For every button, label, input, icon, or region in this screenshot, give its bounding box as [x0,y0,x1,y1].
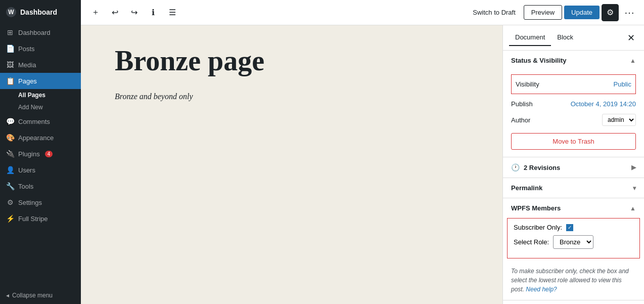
permalink-header[interactable]: Permalink ▾ [503,178,644,198]
sidebar-item-dashboard[interactable]: ⊞ Dashboard [0,24,81,40]
panel-tabs: Document Block ✕ [503,25,644,51]
editor[interactable]: Bronze page Bronze and beyond only [81,25,502,304]
subscriber-only-checkbox[interactable]: ✓ [566,224,573,231]
need-help-link[interactable]: Need help? [526,286,557,293]
wpfs-members-section: WPFS Members ▲ Subscriber Only: ✓ Select… [503,198,644,300]
pages-icon: 📋 [6,77,14,85]
sidebar-item-label: Comments [18,118,50,125]
publish-field: Publish October 4, 2019 14:20 [511,97,636,111]
sidebar-item-label: Media [18,61,36,69]
author-field: Author admin [511,111,636,129]
sidebar-item-pages[interactable]: 📋 Pages [0,73,81,89]
plugins-icon: 🔌 [6,150,14,158]
fullstripe-icon: ⚡ [6,214,14,223]
sidebar-item-label: Settings [18,199,42,206]
sidebar-item-media[interactable]: 🖼 Media [0,57,81,73]
add-block-button[interactable]: ＋ [87,4,104,21]
redo-button[interactable]: ↪ [125,4,143,21]
settings-toggle-button[interactable]: ⚙ [602,4,619,21]
visibility-value[interactable]: Public [614,80,631,88]
info-button[interactable]: ℹ [145,4,162,21]
wpfs-members-body: Subscriber Only: ✓ Select Role: Bronze S… [507,218,640,258]
preview-label: Preview [531,9,555,16]
permalink-section: Permalink ▾ [503,178,644,198]
visibility-field: Visibility Public [516,77,631,91]
post-title[interactable]: Bronze page [115,46,469,77]
switch-draft-label: Switch to Draft [473,9,516,16]
post-content[interactable]: Bronze and beyond only [115,92,469,101]
list-icon: ☰ [169,8,176,17]
revisions-row: 🕐 2 Revisions [511,163,560,171]
wp-logo: W [6,7,16,17]
select-role-row: Select Role: Bronze Silver Gold [514,235,633,249]
sidebar-item-label: Plugins [18,150,40,158]
status-visibility-body: Visibility Public Publish October 4, 201… [503,70,644,157]
main-area: ＋ ↩ ↪ ℹ ☰ Switch to Draft Preview Update… [81,0,644,304]
status-visibility-header[interactable]: Status & Visibility ▲ [503,51,644,70]
permalink-title: Permalink [511,184,542,192]
role-select[interactable]: Bronze Silver Gold [553,235,593,249]
subscriber-only-label: Subscriber Only: [514,224,562,231]
users-icon: 👤 [6,166,14,174]
sidebar-item-plugins[interactable]: 🔌 Plugins 4 [0,146,81,162]
wpfs-members-header[interactable]: WPFS Members ▲ [503,198,644,218]
sidebar-item-settings[interactable]: ⚙ Settings [0,194,81,210]
posts-icon: 📄 [6,45,14,53]
revisions-header[interactable]: 🕐 2 Revisions ▶ [503,157,644,178]
tab-document[interactable]: Document [509,29,551,46]
more-options-button[interactable]: ⋯ [621,4,638,21]
list-view-button[interactable]: ☰ [164,4,181,21]
update-button[interactable]: Update [564,6,600,19]
status-visibility-section: Status & Visibility ▲ Visibility Public … [503,51,644,157]
chevron-right-icon: ▶ [631,164,636,171]
sidebar-item-users[interactable]: 👤 Users [0,162,81,178]
move-to-trash-button[interactable]: Move to Trash [511,133,636,150]
sidebar-item-comments[interactable]: 💬 Comments [0,113,81,129]
chevron-up-icon: ▲ [630,57,636,64]
revisions-title: 2 Revisions [524,164,560,171]
dashboard-icon: ⊞ [6,28,14,36]
settings-icon: ⚙ [6,198,14,206]
right-panel: Document Block ✕ Status & Visibility ▲ [502,25,644,304]
sidebar-item-label: Pages [18,77,37,85]
visibility-label: Visibility [516,80,539,88]
undo-icon: ↩ [112,8,118,17]
redo-icon: ↪ [131,8,137,17]
sidebar-item-posts[interactable]: 📄 Posts [0,40,81,57]
close-icon: ✕ [627,32,635,44]
undo-button[interactable]: ↩ [106,4,123,21]
collapse-arrow-icon: ◂ [6,292,9,299]
sidebar-item-label: Tools [18,183,33,190]
sidebar-item-fullstripe[interactable]: ⚡ Full Stripe [0,210,81,227]
sidebar-brand[interactable]: W Dashboard [0,0,81,24]
preview-button[interactable]: Preview [524,5,562,20]
wpfs-members-title: WPFS Members [511,204,561,212]
tab-block[interactable]: Block [551,29,579,46]
more-dots-icon: ⋯ [624,7,634,19]
sidebar-item-appearance[interactable]: 🎨 Appearance [0,129,81,146]
collapse-menu-button[interactable]: ◂ Collapse menu [0,287,81,304]
status-visibility-title: Status & Visibility [511,57,567,64]
sidebar-item-label: Appearance [18,134,54,142]
panel-close-button[interactable]: ✕ [624,31,638,45]
add-icon: ＋ [91,7,100,18]
comments-icon: 💬 [6,117,14,125]
settings-gear-icon: ⚙ [607,8,614,17]
tab-block-label: Block [557,33,573,41]
sidebar: W Dashboard ⊞ Dashboard 📄 Posts 🖼 Media … [0,0,81,304]
switch-to-draft-button[interactable]: Switch to Draft [467,6,522,19]
tab-document-label: Document [515,33,545,41]
sidebar-item-label: Users [18,166,35,174]
update-label: Update [571,9,592,16]
sidebar-item-tools[interactable]: 🔧 Tools [0,178,81,194]
subscriber-only-row: Subscriber Only: ✓ [514,224,633,231]
sidebar-item-label: Dashboard [18,29,51,36]
publish-value[interactable]: October 4, 2019 14:20 [571,100,636,108]
sidebar-item-label: Posts [18,45,35,53]
tools-icon: 🔧 [6,182,14,190]
sidebar-sub-add-new[interactable]: Add New [0,101,81,113]
publish-label: Publish [511,100,533,108]
chevron-up-icon2: ▲ [630,205,636,212]
author-select[interactable]: admin [602,114,636,126]
sidebar-sub-all-pages[interactable]: All Pages [0,89,81,101]
